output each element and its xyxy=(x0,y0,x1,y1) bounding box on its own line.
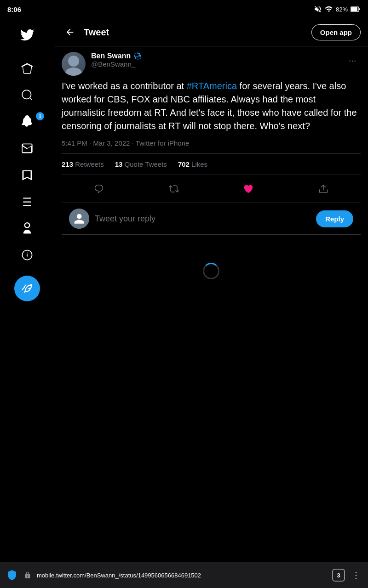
status-icons: 82% xyxy=(314,5,361,13)
tweet-timestamp: 5:41 PM · Mar 3, 2022 · Twitter for iPho… xyxy=(62,139,361,147)
reply-input[interactable] xyxy=(95,214,310,224)
quote-tweets-count: 13 xyxy=(115,160,123,168)
verified-icon xyxy=(133,52,142,60)
sidebar-item-notifications[interactable]: 1 xyxy=(0,108,54,135)
status-bar: 8:06 82% xyxy=(0,0,368,18)
tweet-stats: 213 Retweets 13 Quote Tweets 702 Likes xyxy=(62,153,361,175)
tweet-hashtag[interactable]: #RTAmerica xyxy=(187,81,237,91)
sidebar-item-profile[interactable] xyxy=(0,215,54,242)
compose-button[interactable] xyxy=(14,276,40,301)
svg-point-3 xyxy=(65,68,82,76)
reply-button[interactable]: Reply xyxy=(316,210,353,227)
header-title: Tweet xyxy=(84,27,311,38)
comment-button[interactable] xyxy=(89,179,109,199)
retweet-button[interactable] xyxy=(164,179,184,199)
mute-icon xyxy=(314,5,322,13)
svg-point-2 xyxy=(68,56,79,67)
main-content: Tweet Open app Ben Swann xyxy=(54,18,368,562)
battery-icon xyxy=(351,6,361,12)
sidebar-item-lists[interactable] xyxy=(0,188,54,215)
retweets-count: 213 xyxy=(62,160,73,168)
browser-tab-count[interactable]: 3 xyxy=(332,569,345,582)
open-app-button[interactable]: Open app xyxy=(311,24,361,40)
sidebar-item-search[interactable] xyxy=(0,82,54,108)
tweet-actions xyxy=(62,175,361,203)
browser-bar: mobile.twitter.com/BenSwann_/status/1499… xyxy=(0,562,368,588)
retweets-label: Retweets xyxy=(75,160,104,168)
tweet-more-button[interactable]: ··· xyxy=(344,52,361,68)
likes-stat[interactable]: 702 Likes xyxy=(178,160,207,168)
like-button[interactable] xyxy=(238,179,259,199)
sidebar-item-more[interactable] xyxy=(0,242,54,268)
browser-url[interactable]: mobile.twitter.com/BenSwann_/status/1499… xyxy=(37,572,328,579)
twitter-logo[interactable] xyxy=(16,24,38,46)
tweet-author-avatar[interactable] xyxy=(62,52,86,76)
status-time: 8:06 xyxy=(7,6,21,13)
loading-area xyxy=(54,235,368,562)
share-button[interactable] xyxy=(313,179,334,199)
author-name[interactable]: Ben Swann xyxy=(91,52,131,60)
reply-area: Reply xyxy=(62,203,361,235)
loading-spinner xyxy=(203,263,219,279)
quote-tweets-label: Quote Tweets xyxy=(125,160,167,168)
author-handle[interactable]: @BenSwann_ xyxy=(91,60,344,68)
tweet-header: Tweet Open app xyxy=(54,18,368,46)
browser-shield-icon[interactable] xyxy=(6,569,18,582)
retweets-stat[interactable]: 213 Retweets xyxy=(62,160,104,168)
tweet-text-before: I've worked as a contributor at xyxy=(62,81,187,91)
sidebar: 1 xyxy=(0,18,54,562)
tweet-author-row: Ben Swann @BenSwann_ ··· xyxy=(62,52,361,76)
tweet-text: I've worked as a contributor at #RTAmeri… xyxy=(62,79,361,133)
tweet-container: Ben Swann @BenSwann_ ··· I've worked as … xyxy=(54,46,368,235)
browser-more-button[interactable]: ⋮ xyxy=(350,569,362,582)
svg-rect-1 xyxy=(351,7,357,11)
browser-lock-icon xyxy=(23,571,32,580)
notification-badge: 1 xyxy=(36,112,44,120)
sidebar-item-messages[interactable] xyxy=(0,135,54,162)
reply-user-avatar xyxy=(69,209,89,229)
quote-tweets-stat[interactable]: 13 Quote Tweets xyxy=(115,160,167,168)
sidebar-item-bookmarks[interactable] xyxy=(0,162,54,188)
likes-label: Likes xyxy=(191,160,207,168)
author-info: Ben Swann @BenSwann_ xyxy=(91,52,344,68)
back-button[interactable] xyxy=(62,24,78,40)
likes-count: 702 xyxy=(178,160,190,168)
battery-text: 82% xyxy=(336,6,348,13)
sidebar-item-home[interactable] xyxy=(0,55,54,82)
wifi-icon xyxy=(325,5,333,13)
